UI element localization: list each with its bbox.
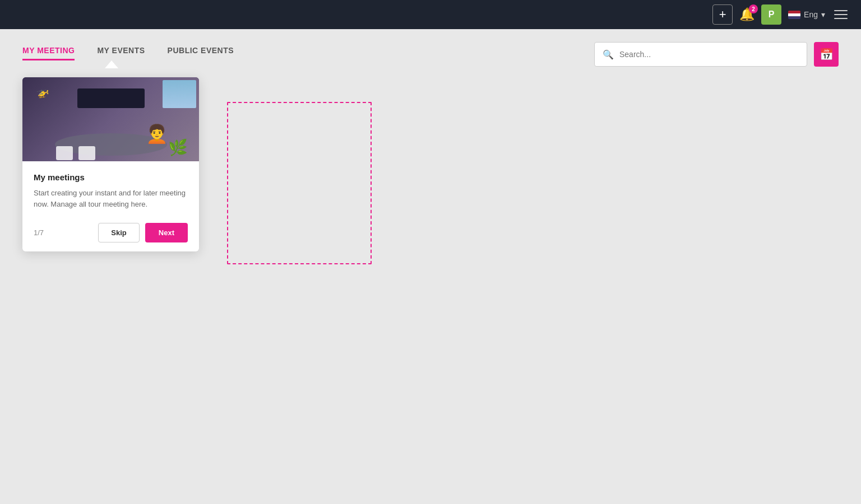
add-button[interactable]: + [712,4,733,25]
room-chair-1 [56,146,73,160]
search-row: 🔍 📅 [594,42,839,67]
room-scene: 🚁 🧑‍🦱 🌿 [22,77,199,161]
room-plant: 🌿 [168,138,188,157]
room-person: 🧑‍🦱 [146,123,168,144]
language-label: Eng [804,10,818,19]
notification-badge: 2 [749,4,758,13]
room-screen [77,88,145,108]
tab-public-events[interactable]: PUBLIC EVENTS [168,46,234,60]
hamburger-line-3 [834,18,848,19]
calendar-icon: 📅 [820,48,834,61]
card-image: 🚁 🧑‍🦱 🌿 [22,77,199,161]
card-title: My meetings [34,172,188,182]
card-body: My meetings Start creating your instant … [22,161,199,251]
tab-my-meeting[interactable]: MY MEETING [22,46,75,60]
hamburger-menu[interactable] [832,8,850,21]
hamburger-line-2 [834,14,848,15]
plus-icon: + [719,7,726,22]
tooltip-card: 🚁 🧑‍🦱 🌿 My meetings Start creating your … [22,77,199,251]
tab-pointer [105,60,118,68]
card-description: Start creating your instant and for late… [34,188,188,209]
navbar: + 🔔 2 P Eng ▾ [0,0,861,29]
drone-icon: 🚁 [35,85,49,99]
footer-buttons: Skip Next [98,223,188,242]
calendar-button[interactable]: 📅 [814,42,839,67]
main-content: MY MEETING MY EVENTS PUBLIC EVENTS 🔍 📅 🚁 [0,29,861,268]
room-chair-2 [78,146,95,160]
notification-bell[interactable]: 🔔 2 [739,7,754,22]
language-selector[interactable]: Eng ▾ [788,10,825,19]
tab-public-events-label: PUBLIC EVENTS [168,46,234,55]
step-indicator: 1/7 [34,228,44,237]
room-window [163,80,196,108]
avatar-label: P [769,10,775,20]
next-button[interactable]: Next [145,223,188,242]
search-icon: 🔍 [603,49,614,60]
search-input[interactable] [619,50,799,59]
tab-my-meeting-label: MY MEETING [22,46,75,55]
flag-icon [788,11,800,19]
tab-my-events-label: MY EVENTS [97,46,145,55]
tab-my-events[interactable]: MY EVENTS [97,46,145,60]
chevron-down-icon: ▾ [821,10,825,19]
hamburger-line-1 [834,10,848,11]
card-footer: 1/7 Skip Next [34,223,188,242]
highlight-box [227,102,372,264]
skip-button[interactable]: Skip [98,223,139,242]
search-box[interactable]: 🔍 [594,42,807,67]
avatar[interactable]: P [761,4,781,25]
